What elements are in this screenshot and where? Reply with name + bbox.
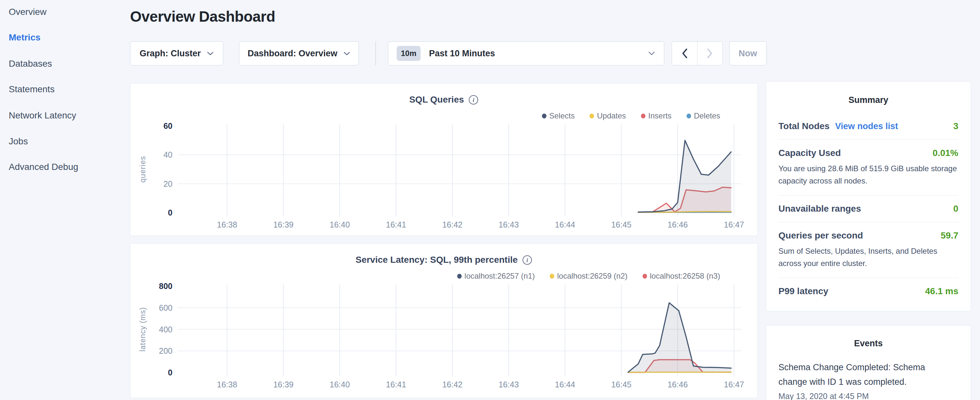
sidebar-item-advanced-debug[interactable]: Advanced Debug <box>9 161 78 172</box>
event-item[interactable]: Schema Change Completed: Schema change w… <box>778 360 958 400</box>
x-tick-label: 16:43 <box>499 380 519 389</box>
time-back-button[interactable] <box>672 42 697 65</box>
x-tick-label: 16:38 <box>217 220 237 229</box>
graph-dropdown[interactable]: Graph: Cluster <box>130 41 223 65</box>
graph-dropdown-label: Graph: Cluster <box>140 49 200 59</box>
metrics-page: Overview Metrics Databases Statements Ne… <box>0 0 980 400</box>
summary-value: 0.01% <box>933 148 958 158</box>
x-tick-label: 16:47 <box>724 220 744 229</box>
view-nodes-list-link[interactable]: View nodes list <box>835 121 898 131</box>
y-tick-label: 0 <box>168 368 172 377</box>
now-button[interactable]: Now <box>729 41 767 65</box>
dashboard-dropdown-label: Dashboard: Overview <box>248 49 337 59</box>
y-tick-label: 400 <box>159 325 172 334</box>
x-tick-label: 16:42 <box>442 380 463 389</box>
y-tick-label: 40 <box>163 150 172 159</box>
x-tick-label: 16:39 <box>274 220 294 229</box>
chevron-down-icon <box>207 51 214 56</box>
x-tick-label: 16:38 <box>217 380 237 389</box>
summary-row-unavailable-ranges: Unavailable ranges 0 <box>778 195 958 222</box>
x-tick-label: 16:44 <box>555 380 575 389</box>
chevron-down-icon <box>343 51 350 56</box>
series-area <box>638 140 731 213</box>
sidebar-item-overview[interactable]: Overview <box>9 6 46 18</box>
y-tick-label: 0 <box>168 208 172 217</box>
chevron-left-icon <box>681 48 688 59</box>
summary-panel: Summary Total Nodes View nodes list 3 Ca… <box>766 81 971 311</box>
y-tick-label: 20 <box>163 179 172 188</box>
sidebar-item-network-latency[interactable]: Network Latency <box>9 110 76 121</box>
event-text: Schema Change Completed: Schema change w… <box>778 360 934 389</box>
sql-queries-plot[interactable]: 16:3816:3916:4016:4116:4216:4316:4416:45… <box>130 83 758 236</box>
x-tick-label: 16:46 <box>667 380 688 389</box>
x-tick-label: 16:41 <box>386 380 406 389</box>
y-axis-title: latency (ms) <box>138 307 147 351</box>
x-tick-label: 16:44 <box>555 220 575 229</box>
sidebar-item-databases[interactable]: Databases <box>9 58 52 69</box>
event-timestamp: May 13, 2020 at 4:45 PM <box>778 392 958 400</box>
x-tick-label: 16:39 <box>274 380 294 389</box>
sidebar-item-statements[interactable]: Statements <box>9 84 55 95</box>
service-latency-chart-card: Service Latency: SQL, 99th percentile i … <box>130 243 758 398</box>
summary-row-capacity-used: Capacity Used 0.01% You are using 28.6 M… <box>778 139 958 195</box>
summary-row-total-nodes: Total Nodes View nodes list 3 <box>778 113 958 139</box>
summary-value: 3 <box>953 121 958 131</box>
summary-description: Sum of Selects, Updates, Inserts, and De… <box>778 245 958 269</box>
chevron-down-icon <box>648 51 655 56</box>
x-tick-label: 16:40 <box>330 220 350 229</box>
summary-label: Total Nodes <box>778 121 830 131</box>
time-range-label: Past 10 Minutes <box>429 49 495 59</box>
y-tick-label: 60 <box>163 121 172 131</box>
x-tick-label: 16:45 <box>611 220 632 229</box>
sidebar-item-jobs[interactable]: Jobs <box>9 136 28 147</box>
time-step-buttons <box>672 41 723 65</box>
y-axis-title: queries <box>138 156 147 183</box>
service-latency-plot[interactable]: 16:3816:3916:4016:4116:4216:4316:4416:45… <box>130 244 758 398</box>
y-tick-label: 200 <box>159 346 172 355</box>
summary-value: 0 <box>953 204 958 214</box>
summary-row-p99-latency: P99 latency 46.1 ms <box>778 278 958 304</box>
chevron-right-icon <box>706 48 713 59</box>
summary-row-queries-per-second: Queries per second 59.7 Sum of Selects, … <box>778 222 958 278</box>
summary-label: P99 latency <box>778 286 828 296</box>
summary-label: Unavailable ranges <box>778 204 861 214</box>
events-title: Events <box>778 338 958 349</box>
summary-label: Queries per second <box>778 230 863 241</box>
summary-title: Summary <box>778 95 958 105</box>
time-forward-button[interactable] <box>697 42 723 65</box>
dashboard-dropdown[interactable]: Dashboard: Overview <box>239 41 359 65</box>
y-tick-label: 600 <box>159 303 172 312</box>
y-tick-label: 800 <box>159 282 172 291</box>
sql-queries-chart-card: SQL Queries i SelectsUpdatesInsertsDelet… <box>130 83 758 236</box>
time-range-badge: 10m <box>397 46 421 61</box>
summary-label: Capacity Used <box>778 148 841 158</box>
x-tick-label: 16:45 <box>611 380 632 389</box>
page-title: Overview Dashboard <box>130 8 275 25</box>
time-range-selector[interactable]: 10m Past 10 Minutes <box>388 41 664 65</box>
x-tick-label: 16:47 <box>724 380 744 389</box>
summary-description: You are using 28.6 MiB of 515.9 GiB usab… <box>778 163 958 187</box>
x-tick-label: 16:40 <box>330 380 350 389</box>
x-tick-label: 16:43 <box>499 220 519 229</box>
x-tick-label: 16:41 <box>386 220 406 229</box>
events-panel: Events Schema Change Completed: Schema c… <box>766 325 971 400</box>
summary-value: 46.1 ms <box>925 286 958 296</box>
x-tick-label: 16:46 <box>667 220 688 229</box>
controls-divider <box>375 41 376 65</box>
sidebar-item-metrics[interactable]: Metrics <box>9 32 40 43</box>
summary-value: 59.7 <box>941 230 959 241</box>
x-tick-label: 16:42 <box>442 220 463 229</box>
